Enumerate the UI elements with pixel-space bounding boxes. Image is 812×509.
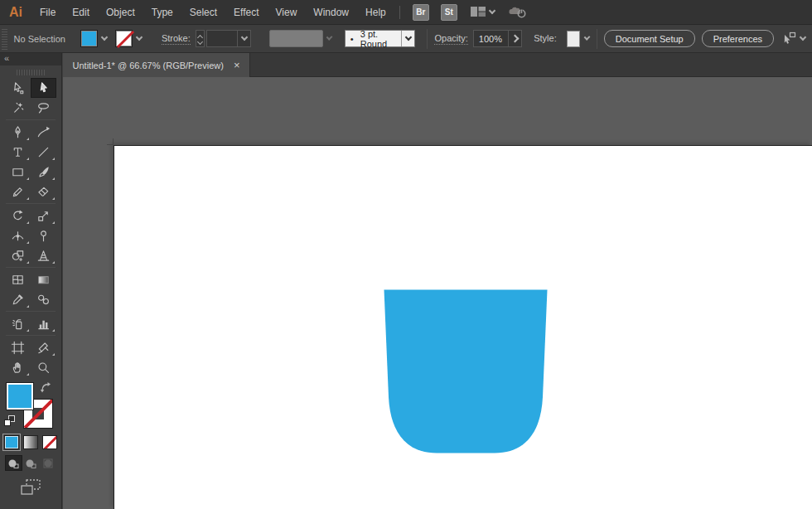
slice-tool[interactable] (31, 337, 56, 357)
tools-panel-header: « (0, 53, 61, 65)
color-button[interactable] (4, 435, 19, 449)
draw-behind-button[interactable] (22, 455, 40, 471)
close-tab-icon[interactable]: × (234, 60, 240, 70)
tools-grid (0, 78, 61, 377)
default-fill-stroke-icon[interactable] (4, 415, 15, 426)
tool-group-separator (6, 311, 56, 312)
blend-tool[interactable] (31, 289, 56, 309)
column-graph-tool[interactable] (31, 313, 56, 333)
menu-view[interactable]: View (268, 0, 306, 25)
artboard-tool[interactable] (5, 337, 31, 357)
line-segment-tool[interactable] (31, 142, 56, 162)
cs-live-button[interactable] (508, 4, 528, 21)
document-setup-button[interactable]: Document Setup (604, 30, 695, 47)
stepper-down-icon[interactable] (197, 38, 203, 44)
preferences-button[interactable]: Preferences (702, 30, 774, 47)
tool-group-separator (6, 335, 56, 336)
paintbrush-tool[interactable] (31, 162, 56, 182)
menu-effect[interactable]: Effect (225, 0, 267, 25)
width-tool[interactable] (5, 225, 31, 245)
menu-file[interactable]: File (31, 0, 64, 25)
selection-status: No Selection (14, 34, 65, 44)
tools-panel-grip[interactable] (17, 70, 45, 75)
menu-edit[interactable]: Edit (64, 0, 98, 25)
menu-select[interactable]: Select (181, 0, 225, 25)
menubar-separator (399, 6, 400, 19)
menu-type[interactable]: Type (143, 0, 181, 25)
fill-color-swatch[interactable] (80, 30, 98, 47)
gradient-tool[interactable] (31, 269, 56, 289)
stroke-width-dropdown[interactable] (237, 31, 250, 46)
stock-button[interactable]: St (441, 4, 457, 21)
collapse-panel-button[interactable]: « (4, 53, 9, 63)
app-logo: Ai (0, 0, 31, 25)
fill-chevron-icon[interactable] (101, 34, 108, 41)
swap-fill-stroke-icon[interactable] (40, 381, 51, 395)
pen-tool[interactable] (5, 122, 31, 142)
artboard[interactable] (114, 145, 812, 509)
type-tool[interactable] (5, 142, 31, 162)
select-similar-control[interactable] (782, 31, 805, 47)
style-chevron-icon[interactable] (584, 34, 591, 41)
none-slash-icon (117, 31, 134, 48)
lasso-tool[interactable] (31, 98, 56, 118)
stroke-label[interactable]: Stroke: (162, 33, 191, 45)
variable-width-profile-select[interactable] (269, 30, 322, 47)
bridge-button[interactable]: Br (413, 4, 429, 21)
mesh-tool[interactable] (5, 269, 31, 289)
menu-bar: Ai File Edit Object Type Select Effect V… (0, 0, 812, 25)
perspective-grid-tool[interactable] (31, 245, 56, 265)
gradient-button[interactable] (23, 435, 38, 449)
document-area: Untitled-1* @ 66.67% (RGB/Preview) × (63, 53, 812, 509)
shape-builder-tool[interactable] (5, 245, 31, 265)
curvature-tool[interactable] (31, 122, 56, 142)
color-mode-buttons (0, 435, 61, 449)
rectangle-tool[interactable] (5, 162, 31, 182)
none-button[interactable] (42, 435, 57, 449)
draw-inside-button[interactable] (40, 455, 57, 471)
controlbar-separator-2 (597, 29, 597, 49)
opacity-field[interactable]: 100% (473, 30, 522, 47)
zoom-tool[interactable] (31, 357, 56, 377)
rotate-tool[interactable] (5, 206, 31, 225)
scale-tool[interactable] (31, 206, 56, 225)
workspace-switcher[interactable] (470, 5, 495, 20)
control-bar: No Selection Stroke: • 3 pt. Round (0, 25, 812, 53)
puppet-warp-tool[interactable] (31, 225, 56, 245)
stroke-width-select[interactable] (206, 30, 251, 47)
eraser-tool[interactable] (31, 182, 56, 201)
selection-tool[interactable] (31, 78, 56, 98)
brush-definition-value: 3 pt. Round (360, 29, 397, 49)
document-tab[interactable]: Untitled-1* @ 66.67% (RGB/Preview) × (63, 53, 250, 77)
canvas[interactable] (63, 77, 812, 509)
brush-dropdown[interactable] (401, 31, 414, 46)
menu-window[interactable]: Window (305, 0, 357, 25)
opacity-menu-arrow[interactable] (508, 31, 521, 46)
screen-mode-icon (19, 478, 42, 498)
bucket-shape[interactable] (384, 289, 548, 454)
menu-object[interactable]: Object (98, 0, 143, 25)
stroke-color-swatch[interactable] (115, 30, 133, 47)
controlbar-grip[interactable] (2, 28, 7, 50)
opacity-label[interactable]: Opacity: (434, 33, 467, 45)
draw-normal-button[interactable] (5, 455, 22, 471)
hand-tool[interactable] (5, 357, 31, 377)
stroke-width-stepper[interactable] (196, 30, 205, 47)
select-similar-icon (782, 31, 797, 47)
direct-selection-tool[interactable] (5, 78, 31, 98)
fill-swatch[interactable] (6, 382, 34, 410)
tool-group-separator (6, 119, 56, 120)
tool-group-separator (6, 203, 56, 204)
brush-definition-select[interactable]: • 3 pt. Round (345, 30, 416, 47)
magic-wand-tool[interactable] (5, 98, 31, 118)
menu-help[interactable]: Help (357, 0, 394, 25)
opacity-value[interactable]: 100% (474, 34, 508, 44)
cs-live-icon (508, 4, 528, 21)
profile-chevron-icon (326, 34, 332, 41)
screen-mode-control[interactable] (0, 478, 61, 498)
stroke-chevron-icon[interactable] (136, 34, 143, 41)
style-swatch[interactable] (567, 31, 581, 47)
pencil-tool[interactable] (5, 182, 31, 201)
eyedropper-tool[interactable] (5, 289, 31, 309)
symbol-sprayer-tool[interactable] (5, 313, 31, 333)
